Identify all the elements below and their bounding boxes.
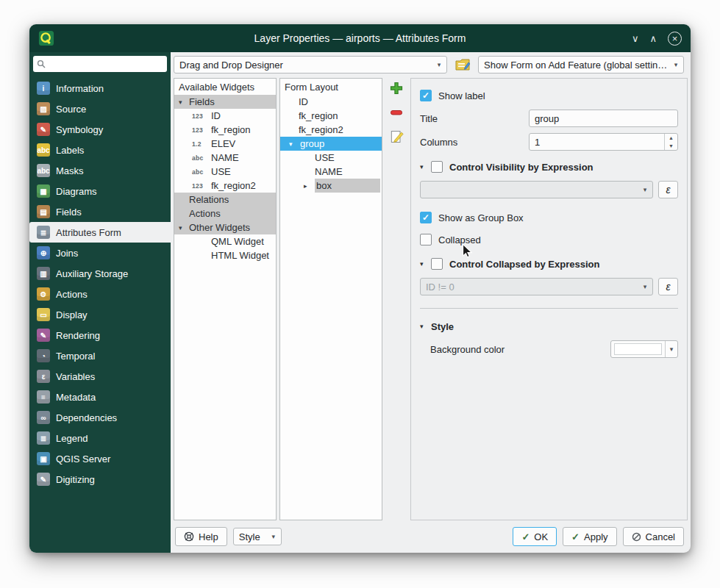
form-layout-title: Form Layout <box>280 79 382 95</box>
sidebar: i Information ▨ Source ✎ Symbology <box>29 52 171 553</box>
available-widget-item[interactable]: Actions <box>174 207 276 220</box>
sidebar-item-label: Auxiliary Storage <box>56 268 128 279</box>
sidebar-item-labels[interactable]: abc Labels <box>29 140 171 160</box>
sidebar-search[interactable] <box>33 56 167 72</box>
expander-icon[interactable] <box>179 98 186 106</box>
sidebar-item-label: Dependencies <box>56 412 117 423</box>
form-layout-item-label: USE <box>315 152 335 163</box>
visibility-expression-builder-button[interactable] <box>658 181 678 198</box>
field-type-icon: abc <box>192 154 211 162</box>
field-type-icon: 123 <box>192 182 211 190</box>
form-layout-item-label: NAME <box>315 166 343 177</box>
sidebar-item-auxiliary-storage[interactable]: ▥ Auxiliary Storage <box>29 263 171 284</box>
collapse-arrow-icon[interactable] <box>420 323 431 330</box>
available-widget-item[interactable]: HTML Widget <box>174 248 276 262</box>
expander-icon[interactable] <box>289 140 296 148</box>
sidebar-item-metadata[interactable]: ≡ Metadata <box>29 387 171 407</box>
remove-element-button[interactable] <box>388 104 405 121</box>
sidebar-item-information[interactable]: i Information <box>29 78 171 98</box>
sidebar-item-label: Fields <box>56 207 82 218</box>
form-open-mode-select[interactable]: Show Form on Add Feature (global setting… <box>478 56 684 74</box>
sidebar-item-diagrams[interactable]: ▦ Diagrams <box>29 181 171 201</box>
available-widget-item[interactable]: Fields <box>174 95 276 109</box>
available-widget-item[interactable]: 123 fk_region2 <box>174 179 276 193</box>
available-widget-item[interactable]: 1.2 ELEV <box>174 137 276 151</box>
form-layout-item[interactable]: USE <box>280 151 382 165</box>
sidebar-item-qgis-server[interactable]: ▣ QGIS Server <box>29 448 171 469</box>
available-widget-label: USE <box>211 166 231 177</box>
shade-button[interactable]: ∨ <box>632 34 639 43</box>
collapse-arrow-icon[interactable] <box>420 163 431 171</box>
style-dropdown-button[interactable]: Style <box>233 528 282 545</box>
form-layout-item[interactable]: NAME <box>280 165 382 179</box>
search-input[interactable] <box>49 58 163 70</box>
cancel-icon <box>632 532 641 542</box>
sidebar-item-actions[interactable]: ⚙ Actions <box>29 284 171 304</box>
form-layout-item[interactable]: box <box>280 179 382 193</box>
available-widget-item[interactable]: QML Widget <box>174 234 276 248</box>
plus-icon <box>389 81 404 96</box>
title-input[interactable] <box>529 110 678 127</box>
expander-icon[interactable] <box>304 182 311 190</box>
visibility-expression-checkbox[interactable] <box>431 161 443 173</box>
add-element-button[interactable] <box>388 80 405 96</box>
form-layout-item[interactable]: fk_region2 <box>280 123 382 137</box>
visibility-expression-combo[interactable] <box>420 181 653 198</box>
sidebar-item-temporal[interactable]: ◔ Temporal <box>29 345 171 366</box>
background-color-picker[interactable] <box>610 340 678 358</box>
rename-element-button[interactable] <box>388 129 405 145</box>
maximize-button[interactable]: ∧ <box>649 34 657 43</box>
sidebar-item-joins[interactable]: ⊕ Joins <box>29 243 171 263</box>
sidebar-item-masks[interactable]: abc Masks <box>29 160 171 181</box>
expander-icon[interactable] <box>179 224 186 232</box>
sidebar-item-symbology[interactable]: ✎ Symbology <box>29 119 171 140</box>
available-widget-item[interactable]: Relations <box>174 193 276 207</box>
sidebar-item-dependencies[interactable]: ∞ Dependencies <box>29 407 171 428</box>
widget-settings-panel: Show label Title Columns 1 ▲ ▼ <box>410 78 688 520</box>
background-color-row: Background color <box>420 340 678 358</box>
available-widget-item[interactable]: abc NAME <box>174 151 276 165</box>
search-icon <box>37 60 46 68</box>
close-button[interactable]: × <box>668 32 682 46</box>
designer-mode-select[interactable]: Drag and Drop Designer <box>174 56 447 74</box>
apply-button[interactable]: Apply <box>563 527 616 546</box>
available-widget-item[interactable]: 123 fk_region <box>174 123 276 137</box>
sidebar-item-display[interactable]: ▭ Display <box>29 304 171 325</box>
edit-form-config-button[interactable] <box>452 56 473 74</box>
sidebar-item-attributes-form[interactable]: ≣ Attributes Form <box>29 222 171 243</box>
cancel-button[interactable]: Cancel <box>623 527 684 546</box>
dependencies-icon: ∞ <box>37 411 50 424</box>
sidebar-item-source[interactable]: ▨ Source <box>29 98 171 119</box>
form-layout-item[interactable]: group <box>280 137 382 151</box>
titlebar[interactable]: Layer Properties — airports — Attributes… <box>29 24 691 52</box>
ok-button[interactable]: OK <box>513 527 557 546</box>
sidebar-item-label: Symbology <box>56 124 103 135</box>
available-widget-label: fk_region2 <box>211 180 256 191</box>
form-layout-item[interactable]: ID <box>280 95 382 109</box>
spin-up-button[interactable]: ▲ <box>665 134 677 142</box>
collapsed-checkbox[interactable] <box>420 234 432 245</box>
available-widget-item[interactable]: Other Widgets <box>174 220 276 234</box>
available-widget-item[interactable]: 123 ID <box>174 109 276 123</box>
collapse-arrow-icon[interactable] <box>420 260 431 268</box>
title-row: Title <box>420 110 678 127</box>
columns-label: Columns <box>420 137 529 148</box>
sidebar-item-label: Labels <box>56 145 84 156</box>
sidebar-item-rendering[interactable]: ✎ Rendering <box>29 325 171 345</box>
spin-down-button[interactable]: ▼ <box>665 142 677 150</box>
sidebar-item-fields[interactable]: ▤ Fields <box>29 201 171 222</box>
sidebar-item-variables[interactable]: ε Variables <box>29 366 171 387</box>
sidebar-item-legend[interactable]: ≣ Legend <box>29 428 171 448</box>
sidebar-item-digitizing[interactable]: ✎ Digitizing <box>29 469 171 490</box>
help-button[interactable]: Help <box>175 527 227 546</box>
show-as-group-box-checkbox[interactable] <box>420 212 432 223</box>
available-widget-item[interactable]: abc USE <box>174 165 276 179</box>
form-layout-item[interactable]: fk_region <box>280 109 382 123</box>
form-layout-tree: ID fk_region fk_region2 <box>280 95 382 193</box>
collapsed-expression-checkbox[interactable] <box>431 258 443 270</box>
collapsed-expression-builder-button[interactable] <box>658 278 678 295</box>
collapsed-expression-combo[interactable]: ID != 0 <box>420 278 653 295</box>
show-label-checkbox[interactable] <box>420 90 432 101</box>
columns-spinbox[interactable]: 1 ▲ ▼ <box>529 133 678 151</box>
form-layout-panel: Form Layout ID fk_region <box>279 78 382 520</box>
